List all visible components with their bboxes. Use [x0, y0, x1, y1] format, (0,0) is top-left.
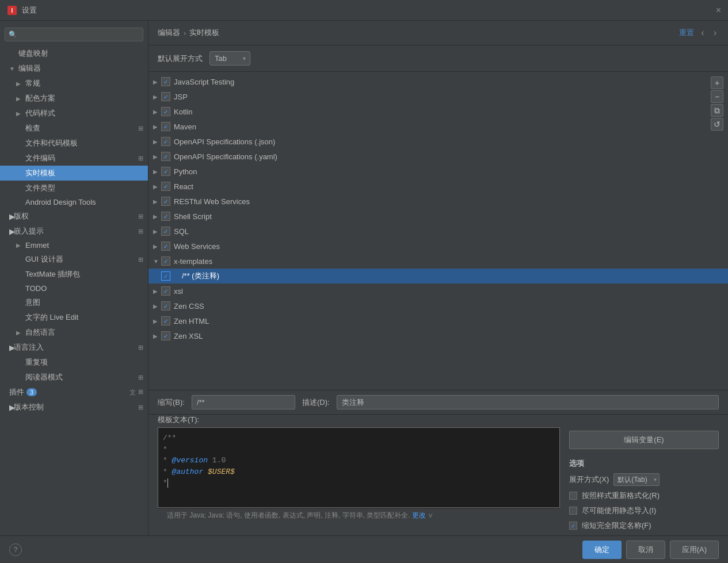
- checkbox[interactable]: ✓: [161, 256, 170, 266]
- list-item[interactable]: ▶ ✓ RESTful Web Services: [148, 194, 728, 209]
- sidebar-item-inlay-hints[interactable]: ▶ 嵌入提示 ⊞: [0, 224, 148, 239]
- add-button[interactable]: +: [711, 76, 723, 89]
- option-row-short-name[interactable]: ✓ 缩短完全限定名称(F): [569, 520, 719, 531]
- breadcrumb-parent[interactable]: 编辑器: [158, 28, 180, 38]
- sidebar-item-plugins[interactable]: 插件 3 文 ⊞: [0, 385, 148, 400]
- ok-button[interactable]: 确定: [582, 541, 622, 559]
- sidebar-item-live-edit[interactable]: 文字的 Live Edit: [0, 310, 148, 325]
- checkbox[interactable]: ✓: [161, 242, 170, 251]
- chevron-right-icon: ▶: [153, 109, 161, 115]
- sidebar-item-code-style[interactable]: ▶ 代码样式: [0, 106, 148, 121]
- item-label: Python: [174, 167, 197, 176]
- forward-button[interactable]: ›: [711, 26, 719, 39]
- back-button[interactable]: ‹: [699, 26, 706, 39]
- checkbox[interactable]: ✓: [161, 197, 170, 206]
- breadcrumb: 编辑器 › 实时模板: [158, 28, 219, 38]
- main-layout: 🔍 键盘映射 ▼ 编辑器 ▶ 常规 ▶ 配色方案 ▶ 代码样式: [0, 21, 728, 535]
- sidebar-item-inspections[interactable]: 检查 ⊞: [0, 121, 148, 136]
- list-item[interactable]: ▶ ✓ Maven: [148, 119, 728, 134]
- list-item[interactable]: ▶ ✓ React: [148, 179, 728, 194]
- list-item[interactable]: ▶ ✓ OpenAPI Specifications (.yaml): [148, 149, 728, 164]
- sidebar-item-gui-designer[interactable]: GUI 设计器 ⊞: [0, 252, 148, 267]
- sidebar-item-emmet[interactable]: ▶ Emmet: [0, 239, 148, 252]
- checkbox[interactable]: ✓: [161, 137, 170, 146]
- expand-select-sm[interactable]: 默认(Tab) Tab Enter Space: [613, 473, 660, 486]
- sidebar-item-intentions[interactable]: 意图: [0, 295, 148, 310]
- list-item[interactable]: ▶ ✓ JSP: [148, 89, 728, 104]
- sidebar-item-file-types[interactable]: 文件类型: [0, 181, 148, 196]
- sidebar-item-label: 实时模板: [25, 168, 55, 178]
- sidebar-item-label: 版权: [14, 211, 29, 221]
- close-button[interactable]: ×: [716, 5, 721, 16]
- checkbox[interactable]: ✓: [161, 212, 170, 221]
- sidebar-item-editor[interactable]: ▼ 编辑器: [0, 61, 148, 76]
- sidebar-item-file-code-tpl[interactable]: 文件和代码模板: [0, 136, 148, 151]
- expand-select[interactable]: Tab Space Enter: [209, 51, 250, 66]
- desc-input[interactable]: [337, 395, 719, 409]
- checkbox[interactable]: ✓: [161, 271, 170, 281]
- bottom-panel: 缩写(B): 描述(D): 模板文本(T): /** * * @version …: [148, 390, 728, 535]
- list-item[interactable]: ▶ ✓ OpenAPI Specifications (.json): [148, 134, 728, 149]
- short-name-checkbox[interactable]: ✓: [569, 522, 577, 530]
- sidebar-item-textmate[interactable]: TextMate 插绑包: [0, 267, 148, 282]
- sidebar-item-version-control[interactable]: ▶ 版本控制 ⊞: [0, 400, 148, 415]
- list-item[interactable]: ▶ ✓ Zen HTML: [148, 313, 728, 328]
- list-item[interactable]: ▶ ✓ Kotlin: [148, 104, 728, 119]
- list-item[interactable]: ▶ ✓ Shell Script: [148, 209, 728, 224]
- checkbox[interactable]: ✓: [161, 182, 170, 191]
- chevron-right-icon: ▶: [153, 318, 161, 324]
- checkbox[interactable]: ✓: [161, 227, 170, 236]
- change-link[interactable]: 更改: [412, 511, 426, 519]
- edit-vars-button[interactable]: 编辑变量(E): [569, 431, 719, 449]
- checkbox[interactable]: ✓: [161, 331, 170, 340]
- reformat-checkbox[interactable]: [569, 492, 577, 500]
- checkbox[interactable]: ✓: [161, 77, 170, 86]
- sidebar: 🔍 键盘映射 ▼ 编辑器 ▶ 常规 ▶ 配色方案 ▶ 代码样式: [0, 21, 148, 535]
- option-row-static-import[interactable]: 尽可能使用静态导入(I): [569, 505, 719, 516]
- list-item[interactable]: ✓ /** (类注释): [148, 269, 728, 284]
- option-row-reformat[interactable]: 按照样式重新格式化(R): [569, 491, 719, 501]
- sidebar-item-android-design[interactable]: Android Design Tools: [0, 196, 148, 209]
- settings-icon: ⊞: [138, 374, 143, 381]
- sidebar-item-label: 文字的 Live Edit: [25, 312, 78, 323]
- list-item[interactable]: ▶ ✓ Zen XSL: [148, 328, 728, 343]
- search-input[interactable]: [5, 28, 143, 41]
- checkbox[interactable]: ✓: [161, 167, 170, 176]
- checkbox[interactable]: ✓: [161, 301, 170, 311]
- list-item[interactable]: ▶ ✓ JavaScript Testing: [148, 74, 728, 89]
- checkbox[interactable]: ✓: [161, 286, 170, 296]
- sidebar-item-lang-injection[interactable]: ▶ 语言注入 ⊞: [0, 340, 148, 355]
- apply-button[interactable]: 应用(A): [670, 541, 719, 559]
- sidebar-item-todo[interactable]: TODO: [0, 282, 148, 295]
- checkbox[interactable]: ✓: [161, 122, 170, 131]
- list-item[interactable]: ▶ ✓ SQL: [148, 224, 728, 239]
- sidebar-item-natural-lang[interactable]: ▶ 自然语言: [0, 325, 148, 340]
- help-button[interactable]: ?: [9, 543, 22, 556]
- list-item[interactable]: ▶ ✓ Web Services: [148, 239, 728, 254]
- code-editor[interactable]: /** * * @version 1.0 * @author $USER$ *: [158, 427, 560, 508]
- list-item[interactable]: ▶ ✓ Python: [148, 164, 728, 179]
- sidebar-item-live-templates[interactable]: 实时模板: [0, 166, 148, 181]
- checkbox[interactable]: ✓: [161, 92, 170, 101]
- copy-button[interactable]: ⧉: [711, 104, 723, 117]
- remove-button[interactable]: −: [711, 90, 723, 103]
- sidebar-item-repeat[interactable]: 重复项: [0, 355, 148, 370]
- sidebar-item-reader-mode[interactable]: 阅读器模式 ⊞: [0, 370, 148, 385]
- sidebar-item-color-scheme[interactable]: ▶ 配色方案: [0, 91, 148, 106]
- cancel-button[interactable]: 取消: [626, 541, 665, 559]
- reset-button[interactable]: ↺: [711, 118, 723, 131]
- list-item[interactable]: ▶ ✓ Zen CSS: [148, 298, 728, 313]
- plugin-badge: 3: [26, 388, 37, 396]
- sidebar-item-general[interactable]: ▶ 常规: [0, 76, 148, 91]
- list-item[interactable]: ▶ ✓ xsl: [148, 284, 728, 298]
- list-item[interactable]: ▼ ✓ x-templates: [148, 254, 728, 269]
- sidebar-item-file-encoding[interactable]: 文件编码 ⊞: [0, 151, 148, 166]
- sidebar-item-copyright[interactable]: ▶ 版权 ⊞: [0, 209, 148, 224]
- abbrev-input[interactable]: [192, 395, 295, 409]
- checkbox[interactable]: ✓: [161, 316, 170, 325]
- checkbox[interactable]: ✓: [161, 152, 170, 161]
- sidebar-item-keyboard[interactable]: 键盘映射: [0, 46, 148, 61]
- checkbox[interactable]: ✓: [161, 107, 170, 116]
- static-import-checkbox[interactable]: [569, 507, 577, 515]
- reset-button[interactable]: 重置: [679, 28, 694, 38]
